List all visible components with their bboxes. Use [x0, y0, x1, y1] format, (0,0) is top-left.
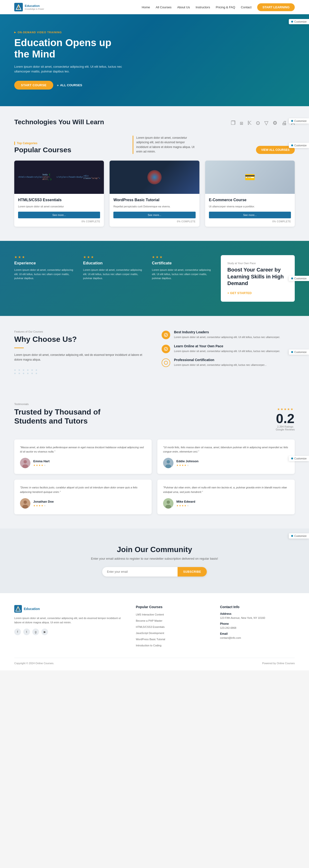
footer-course-1: LMS Interactive Content — [136, 612, 210, 616]
courses-title: Popular Courses — [14, 146, 71, 154]
hero-customize-badge[interactable]: Customize — [289, 19, 309, 24]
footer-course-2: Become a PHP Master — [136, 618, 210, 623]
course-card-ec: 💳 E-Commerce Course Ut ullamcorper viver… — [205, 161, 295, 227]
nav-contact[interactable]: Contact — [241, 5, 251, 9]
course-card-wp-image — [110, 161, 199, 194]
why-item-industry: Best Industry Leaders Lorem ipsum dolor … — [162, 330, 295, 339]
nav-instructors[interactable]: Instructors — [196, 5, 210, 9]
why-item-industry-desc: Lorem ipsum dolor sit amet, consectetur … — [174, 335, 280, 339]
tech-title: Technologies You Will Learn — [14, 118, 104, 126]
community-desc: Enter your email address to register to … — [14, 557, 295, 560]
logo[interactable]: Education Knowledge is Power — [14, 3, 44, 11]
nav-pricing[interactable]: Pricing & FAQ — [216, 5, 235, 9]
why-item-online-title: Learn Online at Your Own Pace — [174, 344, 280, 348]
review-info-emma: Emma Hart ★ ★ ★ ★ ★ — [33, 459, 50, 467]
why-left: Features of Our Courses Why Choose Us? L… — [14, 330, 147, 374]
features-customize-dot — [291, 277, 293, 279]
rating-number: 0.2 — [276, 412, 295, 425]
footer-popular-courses: Popular Courses LMS Interactive Content … — [136, 605, 210, 649]
nav-all-courses[interactable]: All Courses — [156, 5, 171, 9]
features-customize-badge[interactable]: Customize — [289, 276, 309, 281]
email-input[interactable] — [102, 567, 177, 577]
feature-certificate-desc: Lorem ipsum dolor sit amet, consectetur … — [152, 268, 214, 281]
why-customize-badge[interactable]: Customize — [289, 349, 309, 355]
vue-icon: ▽ — [264, 120, 269, 126]
footer-course-4-link[interactable]: JavaScript Development — [136, 632, 164, 634]
community-customize-label: Customize — [294, 534, 307, 537]
tech-customize-badge[interactable]: Customize — [289, 118, 309, 124]
subscribe-button[interactable]: SUBSCRIBE — [177, 567, 207, 577]
star-3: ★ — [22, 255, 25, 259]
why-desc: Lorem ipsum dolor sit amet, consectetur … — [14, 352, 147, 362]
testimonials-customize-label: Customize — [294, 457, 307, 460]
footer-course-5-link[interactable]: WordPress Basic Tutorial — [136, 638, 165, 641]
features-section: ★ ★ ★ Experience Lorem ipsum dolor sit a… — [0, 241, 309, 316]
footer-course-5: WordPress Basic Tutorial — [136, 637, 210, 641]
start-course-button[interactable]: START COURSE — [14, 81, 53, 90]
footer-email-val: contact@info.com — [220, 637, 295, 639]
feature-certificate: ★ ★ ★ Certificate Lorem ipsum dolor sit … — [152, 255, 214, 281]
courses-customize-badge[interactable]: Customize — [289, 143, 309, 148]
tech-section: Technologies You Will Learn ❐ ⧆ 𝕂 ⊙ ▽ ⚙ … — [0, 106, 309, 136]
nav-cta-button[interactable]: START LEARNING — [257, 3, 295, 11]
testimonials-customize-badge[interactable]: Customize — [289, 456, 309, 461]
hero-buttons: START COURSE ALL COURSES — [14, 81, 128, 90]
hero-customize-label: Customize — [294, 20, 307, 23]
svg-point-14 — [22, 505, 28, 508]
tech-header: Technologies You Will Learn ❐ ⧆ 𝕂 ⊙ ▽ ⚙ … — [14, 118, 295, 126]
review-footer-eddie: Eddie Johnson ★ ★ ★ ★ ★ — [163, 458, 289, 468]
wp-glow — [147, 170, 162, 184]
hero-section: ON-DEMAND VIDEO TRAINING Education Opens… — [0, 14, 309, 106]
nav-about[interactable]: About Us — [177, 5, 190, 9]
course-card-wp-btn[interactable]: See more... — [113, 212, 195, 218]
all-courses-link[interactable]: ALL COURSES — [57, 83, 82, 87]
why-right: Best Industry Leaders Lorem ipsum dolor … — [162, 330, 295, 367]
social-google[interactable]: g — [32, 628, 39, 635]
social-twitter[interactable]: t — [23, 628, 30, 635]
rating-count: 2,394 Ratings — [276, 425, 295, 428]
community-customize-badge[interactable]: Customize — [289, 533, 309, 538]
svg-point-7 — [24, 460, 27, 463]
footer-course-2-link[interactable]: Become a PHP Master — [136, 619, 162, 622]
testimonials-label: Testimonials — [14, 403, 295, 405]
why-item-cert-content: Professional Certification Lorem ipsum d… — [174, 358, 266, 367]
review-footer-mike: Mike Edward ★ ★ ★ ★ ★ — [163, 498, 289, 508]
star-1: ★ — [14, 255, 17, 259]
review-card-jonathan: "Donec in varius facilisis justo, curabi… — [14, 479, 152, 514]
social-facebook[interactable]: f — [14, 628, 21, 635]
hero-tag: ON-DEMAND VIDEO TRAINING — [14, 31, 128, 34]
feature-experience-title: Experience — [14, 261, 76, 266]
course-card-ec-btn[interactable]: See more... — [209, 212, 291, 218]
community-title: Join Our Community — [14, 545, 295, 554]
feature-education-title: Education — [83, 261, 145, 266]
courses-header: Top Categories Popular Courses Lorem ips… — [14, 136, 295, 154]
course-card-html-btn[interactable]: See more... — [18, 212, 100, 218]
footer-phone-val: 123-242-6868 — [220, 626, 295, 629]
feature-experience-desc: Lorem ipsum dolor sit amet, consectetur … — [14, 268, 76, 281]
footer-course-3-link[interactable]: HTML5/CSS3 Essentials — [136, 625, 165, 628]
top-categories-label: Top Categories — [14, 142, 71, 145]
feature-experience-stars: ★ ★ ★ — [14, 255, 76, 259]
course-card-wp-desc: Repellat perspiciatis curit Doloremque e… — [113, 205, 195, 209]
avatar-mike — [163, 498, 173, 508]
js-icon: 𝕂 — [248, 120, 251, 126]
reviewer-name-jonathan: Jonathan Doe — [33, 500, 54, 503]
customize-dot — [291, 21, 293, 23]
course-card-html-desc: Lorem ipsum dolor sit amet consectetur — [18, 205, 100, 209]
html5-icon: ❐ — [231, 120, 235, 126]
footer-course-1-link[interactable]: LMS Interactive Content — [136, 613, 164, 616]
hero-content: ON-DEMAND VIDEO TRAINING Education Opens… — [14, 31, 128, 90]
why-customize-label: Customize — [294, 351, 307, 353]
why-item-online-content: Learn Online at Your Own Pace Lorem ipsu… — [174, 344, 280, 353]
boost-get-started-link[interactable]: + GET STARTED — [227, 291, 252, 295]
footer-email-label: Email — [220, 632, 295, 636]
footer-bottom: Copyright © 2024 Online Courses. Powered… — [14, 658, 295, 665]
course-card-wp-title: WordPress Basic Tutorial — [113, 198, 195, 203]
footer-contact-title: Contact Info — [220, 605, 295, 609]
logo-sub: Knowledge is Power — [25, 8, 44, 10]
social-youtube[interactable]: ▶ — [41, 628, 48, 635]
review-card-mike: "Pulvinar dui vitae enim, diam et nulla … — [157, 479, 295, 514]
nav-home[interactable]: Home — [142, 5, 150, 9]
footer-course-6-link[interactable]: Introduction to Coding — [136, 644, 161, 647]
feature-education: ★ ★ ★ Education Lorem ipsum dolor sit am… — [83, 255, 145, 281]
